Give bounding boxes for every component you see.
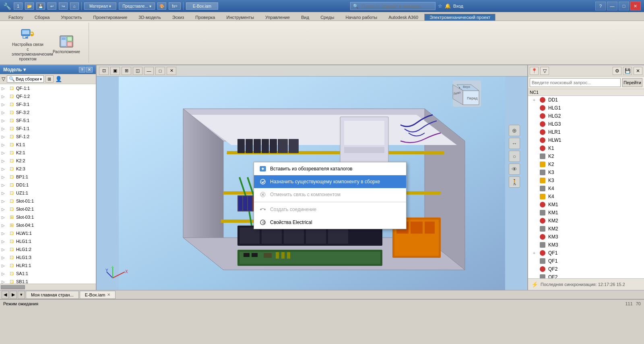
tab-tools[interactable]: Инструменты — [221, 14, 259, 21]
tab-design[interactable]: Проектирование — [88, 14, 132, 21]
right-tree-item[interactable]: K2 — [528, 160, 644, 168]
vp-btn-4[interactable]: ◫ — [133, 67, 142, 75]
tree-item[interactable]: ▷ ⊞ Slot-03:1 — [0, 213, 96, 221]
tab-ebox[interactable]: E-Box.iam ✕ — [80, 291, 116, 299]
tree-item[interactable]: ▷ ⊡ SA1:1 — [0, 269, 96, 278]
tree-item[interactable]: ▷ ⊡ UZ1:1 — [0, 189, 96, 197]
material-dropdown[interactable]: Материал ▾ — [84, 2, 116, 10]
save-btn[interactable]: 💾 — [36, 2, 45, 10]
right-tree-item[interactable]: QF2 — [528, 273, 644, 278]
file-tab[interactable]: E-Box.iam — [186, 2, 218, 10]
right-tree-item[interactable]: QF2 — [528, 265, 644, 273]
tab-3dmodel[interactable]: 3D-модель — [133, 14, 166, 21]
view-dropdown-btn[interactable]: 🔍 Вид сборки ▾ — [7, 75, 44, 83]
tree-expand-all-btn[interactable]: ⊞ — [45, 75, 54, 83]
tab-home[interactable]: Моя главная стран... — [26, 291, 79, 299]
notify-btn[interactable]: 🔔 — [445, 3, 451, 9]
tab-environments[interactable]: Среды — [315, 14, 339, 21]
rp-gear-btn[interactable]: ⚙ — [613, 67, 621, 75]
right-tree-item[interactable]: K3 — [528, 168, 644, 176]
tree-item[interactable]: ▷ ⊡ HLR1:1 — [0, 261, 96, 269]
rp-close-btn[interactable]: ✕ — [634, 67, 642, 75]
nav-zoom-btn[interactable]: ⊕ — [509, 125, 520, 136]
tree-item[interactable]: ▷ ⊡ BP1:1 — [0, 173, 96, 181]
tree-item[interactable]: ▷ ⊡ SF-1:1 — [0, 124, 96, 133]
right-search-btn[interactable]: Перейти — [622, 78, 642, 87]
vp-btn-1[interactable]: ⊡ — [99, 67, 109, 75]
tree-item[interactable]: ▷ ⊡ SF-5:1 — [0, 116, 96, 124]
tab-inspect[interactable]: Проверка — [190, 14, 220, 21]
view-dropdown[interactable]: Представле... ▾ — [119, 2, 155, 10]
tree-item[interactable]: ▷ ⊞ Slot-04:1 — [0, 221, 96, 229]
help-btn[interactable]: ? — [595, 2, 606, 10]
tree-item[interactable]: ▷ ⊡ SF-3:1 — [0, 100, 96, 108]
tab-assembly[interactable]: Сборка — [29, 14, 55, 21]
right-tree-item[interactable]: QF1 — [528, 257, 644, 265]
right-tree-item[interactable]: K3 — [528, 176, 644, 184]
tree-view[interactable]: ▷ ⊡ QF-1:1 ▷ ⊡ QF-1:2 ▷ ⊡ SF-3:1 ▷ ⊡ SF-… — [0, 84, 96, 284]
tab-scroll-right-btn[interactable]: ▶ — [10, 291, 17, 299]
nav-look-btn[interactable]: 👁 — [509, 164, 520, 175]
close-btn[interactable]: ✕ — [630, 2, 641, 10]
nav-orbit-btn[interactable]: ○ — [509, 151, 520, 162]
right-tree-item[interactable]: HLG3 — [528, 120, 644, 128]
rp-location-btn[interactable]: 📍 — [530, 67, 539, 75]
tab-simplify[interactable]: Упростить — [56, 14, 87, 21]
tree-horizontal-scrollbar[interactable] — [0, 284, 96, 290]
login-btn[interactable]: Вход — [453, 4, 463, 8]
tree-item[interactable]: ▷ ⊡ HLG1:2 — [0, 245, 96, 253]
tab-factory[interactable]: Factory — [3, 14, 29, 21]
ctx-item-assign-component[interactable]: Назначить существующему компоненту в сбо… — [254, 175, 406, 188]
undo-btn[interactable]: ↩ — [47, 2, 56, 10]
tree-item[interactable]: ▷ ⊡ HLW1:1 — [0, 229, 96, 237]
tab-manage[interactable]: Управление — [260, 14, 295, 21]
right-tree-item[interactable]: K4 — [528, 193, 644, 201]
ebox-tab-close-btn[interactable]: ✕ — [107, 292, 110, 297]
tab-electromechanical[interactable]: Электромеханический проект — [424, 14, 495, 21]
ctx-item-electrical-props[interactable]: ⚙ Свойства Electrical — [254, 216, 406, 229]
minimize-btn[interactable]: — — [607, 2, 617, 10]
tree-item[interactable]: ▷ ⊡ SB1:1 — [0, 278, 96, 284]
right-tree-item[interactable]: + DD1 — [528, 96, 644, 104]
tree-item[interactable]: ▷ ⊡ HLG1:1 — [0, 237, 96, 245]
new-btn[interactable]: 1 — [14, 2, 23, 10]
tab-sketch[interactable]: Эскиз — [167, 14, 189, 21]
right-tree-item[interactable]: KM2 — [528, 225, 644, 233]
open-btn[interactable]: 📂 — [25, 2, 34, 10]
tree-item[interactable]: ▷ ⊡ K1:1 — [0, 141, 96, 149]
right-search-input[interactable] — [530, 78, 621, 87]
vp-btn-collapse[interactable]: — — [144, 67, 154, 75]
right-tree-item[interactable]: K2 — [528, 152, 644, 160]
tree-item[interactable]: ▷ ⊡ QF-1:2 — [0, 92, 96, 100]
tree-item[interactable]: ▷ ⊡ SF-1:2 — [0, 133, 96, 141]
home-btn[interactable]: ⌂ — [70, 2, 79, 10]
tree-item[interactable]: ▷ ⊡ DD1:1 — [0, 181, 96, 189]
rt-expand-icon[interactable]: + — [531, 251, 537, 255]
rp-filter-btn[interactable]: ▽ — [540, 67, 549, 75]
tab-a360[interactable]: Autodesk A360 — [383, 14, 423, 21]
right-tree-item[interactable]: + QF1 — [528, 249, 644, 257]
ctx-item-insert-catalog[interactable]: Вставить из обозревателя каталогов — [254, 162, 406, 175]
right-tree-item[interactable]: HLR1 — [528, 128, 644, 136]
right-tree-item[interactable]: HLG2 — [528, 112, 644, 120]
tree-item[interactable]: ▷ ⊡ QF-1:1 — [0, 84, 96, 92]
tree-item[interactable]: ▷ ⊡ Slot-02:1 — [0, 205, 96, 213]
tree-item[interactable]: ▷ ⊡ SF-3:2 — [0, 108, 96, 116]
main-search-input[interactable] — [360, 2, 433, 10]
right-tree-item[interactable]: KM1 — [528, 209, 644, 217]
color-btn[interactable]: 🎨 — [157, 2, 166, 10]
right-tree-item[interactable]: KM3 — [528, 241, 644, 249]
vp-btn-close[interactable]: ✕ — [167, 67, 176, 75]
tab-scroll-left-btn[interactable]: ◀ — [2, 291, 9, 299]
nav-walk-btn[interactable]: 🚶 — [509, 176, 520, 188]
star-btn[interactable]: ☆ — [438, 3, 442, 9]
tree-item[interactable]: ▷ ⊡ K2:3 — [0, 165, 96, 173]
vp-btn-3[interactable]: ⊞ — [122, 67, 131, 75]
ribbon-btn-layout[interactable]: Расположение — [49, 31, 84, 56]
vp-btn-restore[interactable]: □ — [155, 67, 165, 75]
tree-item[interactable]: ▷ ⊡ HLG1:3 — [0, 253, 96, 261]
right-tree-item[interactable]: KM1 — [528, 201, 644, 209]
tab-dropdown-btn[interactable]: ▾ — [18, 291, 25, 299]
right-panel-tree[interactable]: + DD1 HLG1 HLG2 HLG3 HLR1 HLW1 — [528, 96, 644, 278]
fx-btn[interactable]: fx= — [169, 2, 181, 10]
